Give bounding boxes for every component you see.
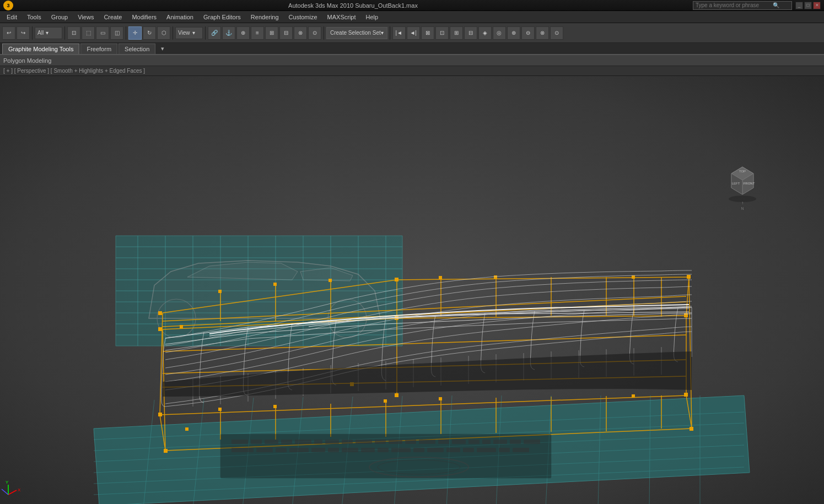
rectangular-select-button[interactable]: ▭ bbox=[96, 26, 109, 40]
view-label: View bbox=[178, 30, 190, 36]
tool-r5[interactable]: ⊞ bbox=[450, 26, 463, 40]
tool-r7[interactable]: ◈ bbox=[478, 26, 492, 40]
menu-modifiers[interactable]: Modifiers bbox=[127, 12, 161, 23]
maximize-button[interactable]: □ bbox=[804, 2, 812, 9]
svg-text:↑: ↑ bbox=[741, 200, 744, 205]
svg-rect-127 bbox=[281, 440, 292, 444]
misc4-button[interactable]: ⊟ bbox=[279, 26, 293, 40]
svg-rect-133 bbox=[375, 440, 386, 444]
select-filter-dropdown[interactable]: All ▾ bbox=[35, 27, 62, 39]
menu-create[interactable]: Create bbox=[99, 12, 126, 23]
search-input[interactable] bbox=[696, 2, 773, 8]
tab-selection[interactable]: Selection bbox=[119, 44, 155, 54]
tool-r1[interactable]: |◄ bbox=[392, 26, 406, 40]
misc3-button[interactable]: ⊞ bbox=[265, 26, 278, 40]
svg-rect-137 bbox=[438, 440, 449, 444]
svg-rect-157 bbox=[463, 448, 474, 452]
view-dropdown[interactable]: View ▾ bbox=[175, 27, 203, 39]
svg-rect-159 bbox=[499, 448, 510, 452]
tab-extra[interactable]: ▾ bbox=[157, 44, 169, 54]
toolbar-sep-5 bbox=[205, 26, 206, 40]
svg-rect-72 bbox=[690, 427, 693, 431]
svg-rect-138 bbox=[452, 440, 466, 444]
svg-rect-149 bbox=[328, 448, 339, 452]
minimize-button[interactable]: _ bbox=[795, 2, 803, 9]
ribbon-tabs: Graphite Modeling Tools Freeform Selecti… bbox=[0, 43, 824, 55]
svg-rect-156 bbox=[446, 448, 460, 452]
tool-r9[interactable]: ⊕ bbox=[507, 26, 520, 40]
tab-graphite-modeling[interactable]: Graphite Modeling Tools bbox=[2, 44, 79, 54]
tab-freeform[interactable]: Freeform bbox=[80, 44, 117, 54]
svg-rect-158 bbox=[477, 448, 496, 452]
svg-rect-80 bbox=[218, 408, 222, 411]
svg-rect-84 bbox=[632, 394, 635, 398]
svg-rect-143 bbox=[524, 440, 540, 444]
tool-r3[interactable]: ⊠ bbox=[421, 26, 434, 40]
main-viewport[interactable]: TOP FRONT LEFT ↑ N X Y Z bbox=[0, 76, 824, 504]
svg-rect-71 bbox=[684, 393, 688, 397]
redo-button[interactable]: ↪ bbox=[17, 26, 30, 40]
svg-rect-155 bbox=[427, 448, 444, 452]
tool-r6[interactable]: ⊟ bbox=[464, 26, 477, 40]
svg-rect-131 bbox=[342, 440, 353, 444]
menu-views[interactable]: Views bbox=[73, 12, 98, 23]
tool-r8[interactable]: ◎ bbox=[493, 26, 506, 40]
select-filter-label: All bbox=[37, 30, 44, 36]
svg-rect-132 bbox=[356, 440, 372, 444]
create-selection-set-button[interactable]: Create Selection Set ▾ bbox=[326, 27, 387, 39]
menu-maxscript[interactable]: MAXScript bbox=[323, 12, 360, 23]
select-rotate-button[interactable]: ↻ bbox=[143, 26, 156, 40]
tool-r12[interactable]: ⊙ bbox=[550, 26, 563, 40]
selection-set-arrow: ▾ bbox=[381, 30, 384, 36]
menu-customize[interactable]: Customize bbox=[284, 12, 322, 23]
svg-rect-83 bbox=[439, 397, 442, 400]
svg-rect-78 bbox=[494, 275, 497, 279]
select-move-button[interactable]: ✛ bbox=[128, 26, 142, 40]
menu-animation[interactable]: Animation bbox=[162, 12, 198, 23]
svg-rect-124 bbox=[231, 440, 248, 444]
tool-r4[interactable]: ⊡ bbox=[435, 26, 449, 40]
svg-rect-140 bbox=[482, 440, 491, 444]
svg-text:FRONT: FRONT bbox=[744, 182, 755, 185]
menu-group[interactable]: Group bbox=[47, 12, 73, 23]
select-region-button[interactable]: ⬚ bbox=[82, 26, 95, 40]
svg-rect-160 bbox=[513, 448, 529, 452]
svg-rect-73 bbox=[164, 449, 168, 453]
select-object-button[interactable]: ⊡ bbox=[67, 26, 80, 40]
window-title: Autodesk 3ds Max 2010 Subaru_OutBack1.ma… bbox=[13, 2, 693, 9]
scene-svg: TOP FRONT LEFT ↑ N X Y Z bbox=[0, 76, 824, 504]
close-button[interactable]: ✕ bbox=[813, 2, 821, 9]
svg-rect-85 bbox=[180, 325, 183, 328]
menu-help[interactable]: Help bbox=[362, 12, 383, 23]
menu-rendering[interactable]: Rendering bbox=[246, 12, 283, 23]
app-logo: 3 bbox=[3, 1, 13, 10]
misc6-button[interactable]: ⊙ bbox=[308, 26, 321, 40]
menu-bar: Edit Tools Group Views Create Modifiers … bbox=[0, 11, 824, 23]
link-button[interactable]: 🔗 bbox=[208, 26, 221, 40]
tool-r10[interactable]: ⊖ bbox=[521, 26, 535, 40]
undo-button[interactable]: ↩ bbox=[2, 26, 15, 40]
select-scale-button[interactable]: ⬡ bbox=[157, 26, 170, 40]
window-crossing-button[interactable]: ◫ bbox=[110, 26, 123, 40]
bind-button[interactable]: ⚓ bbox=[222, 26, 235, 40]
menu-graph-editors[interactable]: Graph Editors bbox=[199, 12, 245, 23]
tool-r11[interactable]: ⊗ bbox=[536, 26, 549, 40]
svg-rect-75 bbox=[273, 283, 277, 286]
menu-tools[interactable]: Tools bbox=[23, 12, 46, 23]
menu-edit[interactable]: Edit bbox=[2, 12, 21, 23]
dropdown-arrow-icon: ▾ bbox=[46, 30, 49, 36]
tool-r2[interactable]: ◄| bbox=[407, 26, 420, 40]
misc5-button[interactable]: ⊗ bbox=[294, 26, 307, 40]
svg-rect-144 bbox=[231, 448, 254, 452]
svg-rect-128 bbox=[295, 440, 311, 444]
toolbar-sep-3 bbox=[126, 26, 126, 40]
search-box[interactable]: 🔍 bbox=[693, 1, 792, 10]
toolbar-sep-1 bbox=[32, 26, 33, 40]
search-icon: 🔍 bbox=[773, 2, 779, 8]
svg-rect-136 bbox=[419, 440, 435, 444]
svg-rect-146 bbox=[276, 448, 287, 452]
misc2-button[interactable]: ≡ bbox=[251, 26, 264, 40]
svg-rect-77 bbox=[439, 276, 442, 279]
svg-rect-67 bbox=[158, 327, 162, 331]
misc1-button[interactable]: ⊕ bbox=[236, 26, 250, 40]
